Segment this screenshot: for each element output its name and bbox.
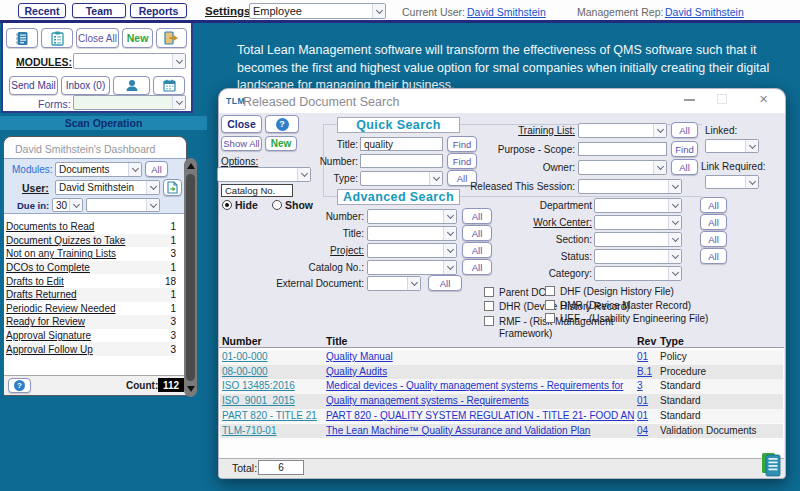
count-value-box[interactable]: 112 xyxy=(158,378,184,392)
doc-number-link[interactable]: TLM-710-01 xyxy=(222,425,324,436)
options-link[interactable]: Options: xyxy=(221,156,258,167)
all-project-button[interactable]: All xyxy=(462,242,492,258)
hide-radio-label[interactable]: Hide xyxy=(235,199,258,211)
sidebar-new-button[interactable]: New xyxy=(122,28,153,48)
dashboard-user-select[interactable]: David Smithstein xyxy=(55,180,160,195)
dashboard-item-link[interactable]: Approval Signature xyxy=(6,330,91,341)
table-row[interactable]: PART 820 - TITLE 21 PART 820 - QUALITY S… xyxy=(220,409,783,424)
dashboard-item-link[interactable]: Periodic Review Needed xyxy=(6,303,116,314)
dashboard-user-link[interactable]: User: xyxy=(22,182,49,194)
project-select[interactable] xyxy=(367,243,457,258)
doc-title-link[interactable]: Quality Audits xyxy=(326,366,636,377)
all-work-center-button[interactable]: All xyxy=(700,214,727,230)
adv-title-select[interactable] xyxy=(367,226,457,241)
dhf-checkbox[interactable] xyxy=(545,286,555,296)
user-report-button[interactable] xyxy=(163,179,182,196)
linked-select[interactable] xyxy=(705,139,759,153)
contacts-button[interactable] xyxy=(113,76,150,95)
dashboard-item-link[interactable]: Not on any Training Lists xyxy=(6,248,116,259)
close-icon[interactable]: ✕ xyxy=(759,93,768,106)
due-filter-select[interactable] xyxy=(86,198,160,212)
table-row[interactable]: 01-00-000 Quality Manual 01 Policy xyxy=(220,350,783,365)
hide-radio[interactable] xyxy=(222,200,232,210)
uef-label[interactable]: UEF - (Usability Engineering File) xyxy=(560,313,708,324)
dashboard-all-button[interactable]: All xyxy=(145,161,168,177)
scroll-up-icon[interactable] xyxy=(187,163,195,169)
scrollbar-thumb[interactable] xyxy=(186,174,195,381)
external-document-select[interactable] xyxy=(367,276,421,291)
training-list-link[interactable]: Training List: xyxy=(470,125,575,136)
category-select[interactable] xyxy=(594,266,682,281)
parent-dco-checkbox[interactable] xyxy=(484,287,494,297)
work-center-select[interactable] xyxy=(594,215,682,230)
checklist-button[interactable] xyxy=(41,28,73,48)
dialog-new-button[interactable]: New xyxy=(265,136,297,151)
doc-number-link[interactable]: PART 820 - TITLE 21 xyxy=(222,410,324,421)
all-adv-number-button[interactable]: All xyxy=(462,208,492,224)
project-link[interactable]: Project: xyxy=(284,245,364,256)
scan-operation-bar[interactable]: Scan Operation xyxy=(0,116,207,130)
all-adv-title-button[interactable]: All xyxy=(462,225,492,241)
dialog-help-button[interactable]: ? xyxy=(265,115,299,133)
doc-number-link[interactable]: 08-00-000 xyxy=(222,366,324,377)
management-rep-link[interactable]: David Smithstein xyxy=(665,6,744,18)
adv-catalog-select[interactable] xyxy=(367,260,457,275)
dashboard-item-link[interactable]: Approval Follow Up xyxy=(6,344,93,355)
find-purpose-button[interactable]: Find xyxy=(671,141,698,157)
status-select[interactable] xyxy=(594,249,682,264)
settings-link[interactable]: Settings: xyxy=(205,5,254,17)
all-training-button[interactable]: All xyxy=(671,122,698,138)
doc-title-link[interactable]: The Lean Machine™ Quality Assurance and … xyxy=(326,425,636,436)
modules-link[interactable]: MODULES: xyxy=(16,56,72,68)
doc-title-link[interactable]: Medical devices - Quality management sys… xyxy=(326,380,636,391)
dhr-checkbox[interactable] xyxy=(484,301,494,311)
released-this-session-select[interactable] xyxy=(578,179,682,194)
doc-title-link[interactable]: PART 820 - QUALITY SYSTEM REGULATION - T… xyxy=(326,410,636,421)
all-owner-button[interactable]: All xyxy=(671,159,698,175)
quick-title-input[interactable] xyxy=(360,137,443,151)
dialog-close-button[interactable]: Close xyxy=(221,115,262,133)
department-select[interactable] xyxy=(594,198,682,213)
close-all-button[interactable]: Close All xyxy=(76,28,119,48)
dhf-label[interactable]: DHF (Design History File) xyxy=(560,286,674,297)
section-select[interactable] xyxy=(594,232,682,247)
dashboard-item-link[interactable]: Drafts to Edit xyxy=(6,276,64,287)
calendar-button[interactable] xyxy=(153,76,185,95)
settings-select[interactable]: Employee xyxy=(249,3,386,19)
all-department-button[interactable]: All xyxy=(700,197,727,213)
show-radio[interactable] xyxy=(272,200,282,210)
adv-number-select[interactable] xyxy=(367,209,457,224)
current-user-link[interactable]: David Smithstein xyxy=(467,6,546,18)
table-row[interactable]: ISO 13485:2016 Medical devices - Quality… xyxy=(220,379,783,394)
all-catalog-button[interactable]: All xyxy=(462,259,492,275)
all-status-button[interactable]: All xyxy=(700,248,727,264)
training-list-select[interactable] xyxy=(578,123,667,138)
table-row[interactable]: 08-00-000 Quality Audits B.1 Procedure xyxy=(220,365,783,380)
quick-number-input[interactable] xyxy=(360,154,443,168)
all-external-button[interactable]: All xyxy=(428,275,462,291)
dmr-label[interactable]: DMR (Device Master Record) xyxy=(560,300,691,311)
modules-select[interactable] xyxy=(73,53,186,69)
send-mail-button[interactable]: Send Mail xyxy=(9,76,58,95)
dashboard-scrollbar[interactable] xyxy=(184,158,197,397)
export-list-button[interactable] xyxy=(761,452,781,477)
open-documents-button[interactable] xyxy=(6,28,38,48)
doc-number-link[interactable]: 01-00-000 xyxy=(222,351,324,362)
uef-checkbox[interactable] xyxy=(545,313,555,323)
quick-type-select[interactable] xyxy=(360,171,443,186)
link-required-select[interactable] xyxy=(705,175,759,189)
dmr-checkbox[interactable] xyxy=(545,300,555,310)
show-all-button[interactable]: Show All xyxy=(221,136,262,151)
forms-select[interactable] xyxy=(73,95,186,110)
owner-select[interactable] xyxy=(578,160,667,175)
all-section-button[interactable]: All xyxy=(700,231,727,247)
due-in-select[interactable]: 30 xyxy=(52,198,83,212)
reports-button[interactable]: Reports xyxy=(130,3,187,18)
maximize-icon[interactable] xyxy=(717,94,727,104)
team-button[interactable]: Team xyxy=(72,3,126,18)
table-row[interactable]: TLM-710-01 The Lean Machine™ Quality Ass… xyxy=(220,424,783,439)
dashboard-help-button[interactable]: ? xyxy=(8,378,31,393)
exit-button[interactable] xyxy=(156,28,187,48)
dashboard-item-link[interactable]: Document Quizzes to Take xyxy=(6,235,125,246)
rmf-checkbox[interactable] xyxy=(484,316,494,326)
